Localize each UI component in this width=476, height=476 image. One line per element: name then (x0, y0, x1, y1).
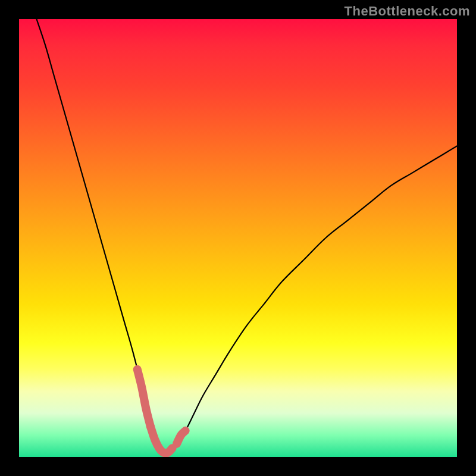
bottleneck-curve (36, 19, 457, 453)
curve-layer (19, 19, 457, 457)
highlight-right (177, 431, 186, 444)
highlight-left (137, 369, 151, 427)
watermark: TheBottleneck.com (345, 4, 470, 19)
chart-frame: TheBottleneck.com (0, 0, 476, 476)
highlight-bottom (151, 426, 173, 453)
